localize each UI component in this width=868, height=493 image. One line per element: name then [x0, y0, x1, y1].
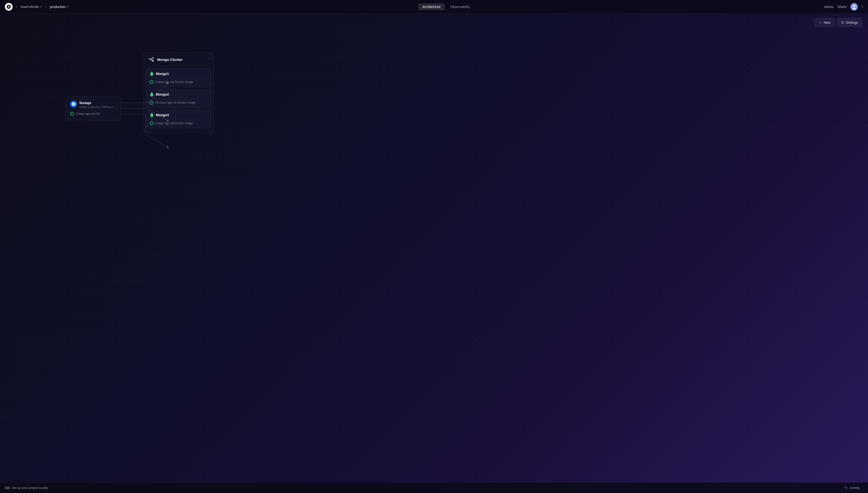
- tab-architecture[interactable]: Architecture: [418, 3, 445, 10]
- mongo2-node[interactable]: Mongo2 48 hours ago via Docker Image: [146, 89, 211, 108]
- svg-rect-9: [152, 60, 154, 61]
- plus-icon: ＋: [819, 20, 822, 25]
- svg-line-11: [150, 58, 152, 59]
- cluster-icon: [148, 56, 155, 63]
- setup-label: Set up your project locally: [12, 486, 48, 490]
- mongo1-node[interactable]: Mongo1 3 days ago via Docker Image: [146, 68, 211, 87]
- logo[interactable]: [5, 3, 13, 11]
- mongo1-leaf-icon: [149, 71, 154, 76]
- svg-rect-7: [149, 59, 150, 60]
- fastapi-service-card[interactable]: fastapi fastapi-production-4d54.up.r... …: [65, 96, 121, 120]
- service-status: 2 days ago via CLI: [70, 112, 117, 116]
- mongo2-header: Mongo2: [149, 92, 207, 97]
- mongo3-header: Mongo3: [149, 113, 207, 117]
- service-url: fastapi-production-4d54.up.r...: [79, 106, 115, 108]
- gear-icon: ⚙: [841, 20, 844, 25]
- mongo1-status: 3 days ago via Docker Image: [149, 78, 207, 84]
- svg-marker-6: [166, 146, 169, 148]
- mongo2-status-text: 48 hours ago via Docker Image: [155, 101, 196, 104]
- nav-tabs: Architecture Observability: [71, 3, 822, 10]
- connection-lines: [0, 14, 868, 482]
- setup-local-button[interactable]: ⌨ Set up your project locally: [5, 486, 48, 490]
- service-header: fastapi fastapi-production-4d54.up.r...: [70, 101, 117, 108]
- fastapi-icon: [70, 101, 77, 107]
- bottombar: ⌨ Set up your project locally Activity ˄: [0, 482, 868, 493]
- mongo1-status-icon: [149, 80, 154, 84]
- canvas-toolbar: ＋ New ⚙ Settings: [814, 18, 862, 27]
- avatar-chevron-icon[interactable]: ▾: [862, 5, 863, 8]
- avatar[interactable]: [850, 3, 858, 10]
- service-deploy-time: 2 days ago via CLI: [76, 112, 100, 115]
- mongo1-name: Mongo1: [156, 72, 169, 76]
- topbar: / lewd-whistle ▾ / production ▾ Architec…: [0, 0, 868, 14]
- service-info: fastapi fastapi-production-4d54.up.r...: [79, 101, 115, 108]
- mongo1-status-text: 3 days ago via Docker Image: [155, 80, 193, 84]
- tab-observability[interactable]: Observability: [446, 3, 474, 10]
- mongo-cluster-group[interactable]: Mongo Cluster ˄ Mongo1 3 days ago via Do…: [143, 52, 214, 133]
- svg-rect-8: [152, 58, 154, 59]
- mongo2-status: 48 hours ago via Docker Image: [149, 99, 207, 105]
- cluster-title-text: Mongo Cluster: [157, 58, 183, 62]
- env-chevron-icon: ▾: [67, 5, 68, 8]
- env-name: production: [50, 5, 65, 9]
- settings-button[interactable]: ⚙ Settings: [837, 18, 862, 27]
- svg-point-3: [852, 8, 856, 10]
- mongo3-status-icon: [149, 121, 154, 125]
- terminal-icon: ⌨: [5, 486, 10, 490]
- share-button[interactable]: Share: [837, 5, 847, 9]
- activity-chevron-icon: ˄: [862, 486, 863, 490]
- mongo2-status-icon: [149, 101, 154, 105]
- collapse-icon[interactable]: ˄: [207, 58, 209, 61]
- new-button[interactable]: ＋ New: [814, 18, 834, 27]
- activity-button[interactable]: Activity ˄: [844, 486, 863, 490]
- admin-link[interactable]: Admin: [824, 5, 834, 9]
- mongo2-name: Mongo2: [156, 92, 169, 96]
- status-check-icon: [70, 112, 74, 116]
- breadcrumb-sep-1: /: [16, 4, 17, 9]
- mongo3-node[interactable]: Mongo3 3 days ago via Docker Image: [146, 110, 211, 128]
- architecture-canvas: fastapi fastapi-production-4d54.up.r... …: [0, 14, 868, 482]
- project-chevron-icon: ▾: [40, 5, 42, 8]
- project-selector[interactable]: lewd-whistle ▾: [21, 5, 42, 9]
- mongo2-leaf-icon: [149, 92, 154, 97]
- env-selector[interactable]: production ▾: [50, 5, 68, 9]
- topbar-right: Admin Share ▾: [824, 3, 863, 10]
- cluster-header: Mongo Cluster ˄: [143, 52, 214, 66]
- cluster-title: Mongo Cluster: [148, 56, 183, 63]
- mongo1-header: Mongo1: [149, 71, 207, 76]
- mongo3-status: 3 days ago via Docker Image: [149, 120, 207, 125]
- breadcrumb-sep-2: /: [45, 4, 46, 9]
- mongo3-leaf-icon: [149, 113, 154, 117]
- svg-point-2: [853, 5, 855, 7]
- mongo3-status-text: 3 days ago via Docker Image: [155, 122, 193, 125]
- service-name: fastapi: [79, 101, 115, 105]
- mongo3-name: Mongo3: [156, 113, 169, 117]
- activity-label: Activity: [850, 486, 860, 490]
- project-name: lewd-whistle: [21, 5, 39, 9]
- activity-icon: [844, 486, 848, 490]
- svg-rect-10: [152, 61, 154, 62]
